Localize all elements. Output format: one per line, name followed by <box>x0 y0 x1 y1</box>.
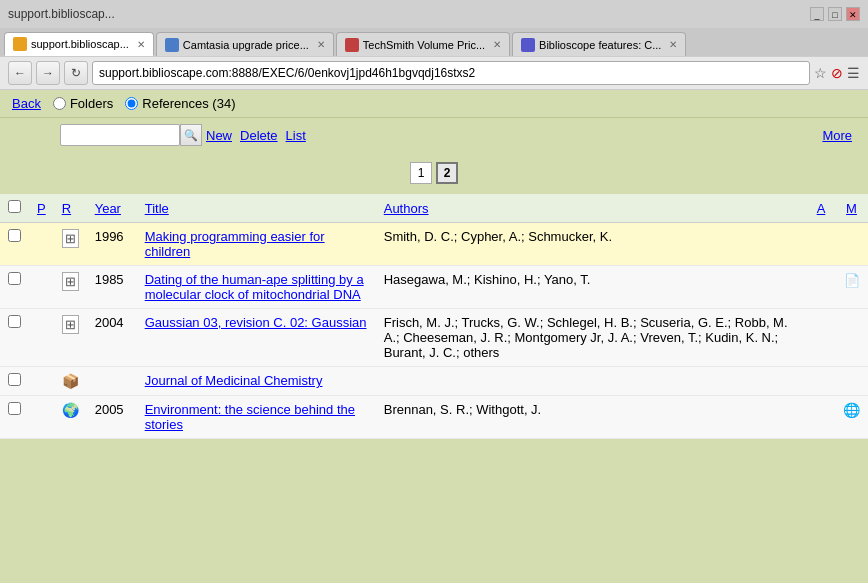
row1-check <box>0 223 29 266</box>
row2-m: 📄 <box>835 266 868 309</box>
tab-favicon-1 <box>13 37 27 51</box>
row3-p <box>29 309 54 367</box>
search-input[interactable] <box>60 124 180 146</box>
row4-a <box>807 367 835 396</box>
row1-checkbox[interactable] <box>8 229 21 242</box>
tab-close-4[interactable]: ✕ <box>669 39 677 50</box>
delete-button[interactable]: Delete <box>236 128 282 143</box>
table-row: 📦 Journal of Medicinal Chemistry <box>0 367 868 396</box>
select-all-checkbox[interactable] <box>8 200 21 213</box>
row5-checkbox[interactable] <box>8 402 21 415</box>
tab-close-3[interactable]: ✕ <box>493 39 501 50</box>
row3-authors: Frisch, M. J.; Trucks, G. W.; Schlegel, … <box>376 309 807 367</box>
pdf-icon: 📄 <box>844 273 860 288</box>
page-content: Back Folders References (34) 🔍 New Delet… <box>0 90 868 583</box>
star-icon[interactable]: ☆ <box>814 65 827 81</box>
table-header-row: P R Year Title Authors A M <box>0 194 868 223</box>
row2-year: 1985 <box>87 266 137 309</box>
tab-1[interactable]: support.biblioscap... ✕ <box>4 32 154 56</box>
tab-favicon-2 <box>165 38 179 52</box>
nav-bar: ← → ↻ ☆ ⊘ ☰ <box>0 56 868 90</box>
earth-icon: 🌍 <box>62 402 79 418</box>
minimize-btn[interactable]: _ <box>810 7 824 21</box>
tabs-bar: support.biblioscap... ✕ Camtasia upgrade… <box>0 28 868 56</box>
col-authors: Authors <box>376 194 807 223</box>
row5-p <box>29 396 54 439</box>
references-table: P R Year Title Authors A M ⊞ <box>0 194 868 439</box>
menu-icon[interactable]: ☰ <box>847 65 860 81</box>
page-2-button[interactable]: 2 <box>436 162 458 184</box>
row4-title: Journal of Medicinal Chemistry <box>137 367 376 396</box>
row5-a <box>807 396 835 439</box>
tab-4[interactable]: Biblioscope features: C... ✕ <box>512 32 686 56</box>
folders-radio[interactable] <box>53 97 66 110</box>
col-year-link[interactable]: Year <box>95 201 121 216</box>
doc-icon: ⊞ <box>62 272 79 291</box>
back-link[interactable]: Back <box>12 96 41 111</box>
row3-a <box>807 309 835 367</box>
col-r-link[interactable]: R <box>62 201 71 216</box>
row1-authors: Smith, D. C.; Cypher, A.; Schmucker, K. <box>376 223 807 266</box>
col-year: Year <box>87 194 137 223</box>
box-icon: 📦 <box>62 373 79 389</box>
forward-button[interactable]: → <box>36 61 60 85</box>
close-btn[interactable]: ✕ <box>846 7 860 21</box>
col-r: R <box>54 194 87 223</box>
row4-title-link[interactable]: Journal of Medicinal Chemistry <box>145 373 323 388</box>
col-title-link[interactable]: Title <box>145 201 169 216</box>
row3-title-link[interactable]: Gaussian 03, revision C. 02: Gaussian <box>145 315 367 330</box>
list-button[interactable]: List <box>282 128 310 143</box>
col-m: M <box>835 194 868 223</box>
row1-year: 1996 <box>87 223 137 266</box>
table-row: ⊞ 1996 Making programming easier for chi… <box>0 223 868 266</box>
row5-title-link[interactable]: Environment: the science behind the stor… <box>145 402 355 432</box>
maximize-btn[interactable]: □ <box>828 7 842 21</box>
stop-icon[interactable]: ⊘ <box>831 65 843 81</box>
tab-close-1[interactable]: ✕ <box>137 39 145 50</box>
row5-year: 2005 <box>87 396 137 439</box>
row1-title: Making programming easier for children <box>137 223 376 266</box>
row5-m: 🌐 <box>835 396 868 439</box>
table-row: ⊞ 2004 Gaussian 03, revision C. 02: Gaus… <box>0 309 868 367</box>
references-radio-label[interactable]: References (34) <box>125 96 235 111</box>
tab-favicon-3 <box>345 38 359 52</box>
search-button[interactable]: 🔍 <box>180 124 202 146</box>
title-bar: support.biblioscap... _ □ ✕ <box>0 0 868 28</box>
row2-checkbox[interactable] <box>8 272 21 285</box>
row3-year: 2004 <box>87 309 137 367</box>
more-button[interactable]: More <box>818 128 856 143</box>
row5-check <box>0 396 29 439</box>
row4-check <box>0 367 29 396</box>
row2-r: ⊞ <box>54 266 87 309</box>
row2-title: Dating of the human-ape splitting by a m… <box>137 266 376 309</box>
row1-title-link[interactable]: Making programming easier for children <box>145 229 325 259</box>
tab-close-2[interactable]: ✕ <box>317 39 325 50</box>
tab-3[interactable]: TechSmith Volume Pric... ✕ <box>336 32 510 56</box>
row4-year <box>87 367 137 396</box>
tab-2[interactable]: Camtasia upgrade price... ✕ <box>156 32 334 56</box>
row2-title-link[interactable]: Dating of the human-ape splitting by a m… <box>145 272 364 302</box>
back-button[interactable]: ← <box>8 61 32 85</box>
col-authors-link[interactable]: Authors <box>384 201 429 216</box>
col-m-link[interactable]: M <box>846 201 857 216</box>
tab-favicon-4 <box>521 38 535 52</box>
row2-authors: Hasegawa, M.; Kishino, H.; Yano, T. <box>376 266 807 309</box>
row4-checkbox[interactable] <box>8 373 21 386</box>
folders-radio-label[interactable]: Folders <box>53 96 113 111</box>
row3-title: Gaussian 03, revision C. 02: Gaussian <box>137 309 376 367</box>
row2-p <box>29 266 54 309</box>
references-radio[interactable] <box>125 97 138 110</box>
doc-icon: ⊞ <box>62 229 79 248</box>
new-button[interactable]: New <box>202 128 236 143</box>
page-1-button[interactable]: 1 <box>410 162 432 184</box>
refresh-button[interactable]: ↻ <box>64 61 88 85</box>
folders-label: Folders <box>70 96 113 111</box>
col-a: A <box>807 194 835 223</box>
col-title: Title <box>137 194 376 223</box>
address-input[interactable] <box>92 61 810 85</box>
row3-check <box>0 309 29 367</box>
col-p-link[interactable]: P <box>37 201 46 216</box>
col-a-link[interactable]: A <box>817 201 826 216</box>
tab-label-3: TechSmith Volume Pric... <box>363 39 485 51</box>
row3-checkbox[interactable] <box>8 315 21 328</box>
